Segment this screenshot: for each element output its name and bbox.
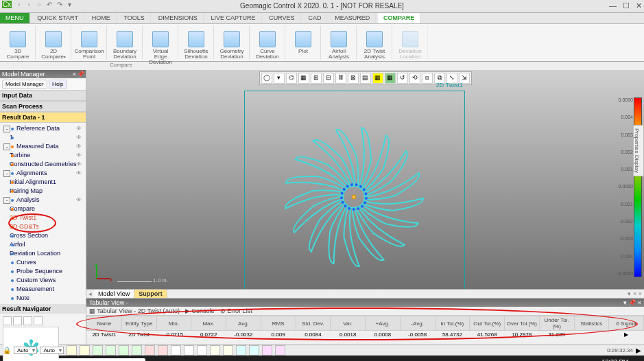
status-btn[interactable] <box>197 345 207 356</box>
tab-dimensions[interactable]: DIMENSIONS <box>153 13 204 23</box>
status-btn[interactable] <box>80 345 90 356</box>
tabmode-errorlist[interactable]: ⊘ Error List <box>220 307 252 314</box>
qat-redo-icon[interactable]: ↷ <box>56 1 64 9</box>
col-sigma[interactable]: 6 Sigma <box>609 316 644 331</box>
vp-btn[interactable]: ▾ <box>274 73 285 84</box>
thumb-btn-3[interactable] <box>23 316 32 325</box>
btn-silhouette-deviation[interactable]: Silhouette Deviation <box>182 25 214 60</box>
vp-btn[interactable]: ⟲ <box>409 73 420 84</box>
vp-btn[interactable]: ⊞ <box>311 73 322 84</box>
col-intol[interactable]: In Tol.(%) <box>435 316 470 331</box>
close-button[interactable]: ✕ <box>636 1 642 10</box>
tree-reference-data[interactable]: -Reference Data👁 <box>3 124 83 133</box>
tab-compare[interactable]: COMPARE <box>378 13 420 23</box>
tree-probe-seq[interactable]: Probe Sequence <box>3 267 83 276</box>
status-btn[interactable] <box>106 345 116 356</box>
col-undertol[interactable]: Under Tol.(%) <box>539 316 574 331</box>
tree-pairing-map[interactable]: Pairing Map <box>3 187 83 196</box>
tab-home[interactable]: HOME <box>86 13 117 23</box>
tree-curves[interactable]: Curves <box>3 258 83 267</box>
result-navigator-header[interactable]: Result Navigator <box>0 304 86 314</box>
col-outtol[interactable]: Out Tol.(%) <box>470 316 505 331</box>
col-avg[interactable]: Avg. <box>226 316 261 331</box>
tree-note[interactable]: Note <box>3 294 83 303</box>
col-name[interactable]: Name <box>87 316 122 331</box>
tree-initial-alignment[interactable]: Initial Alignment1 <box>3 178 83 187</box>
section-scan-process[interactable]: Scan Process <box>0 101 86 112</box>
vp-btn[interactable]: ▤ <box>360 73 371 84</box>
minimize-button[interactable]: — <box>609 1 617 10</box>
viewport[interactable]: ◯ ▾ ⌬ ▦ ⊞ ⊟ Ⅲ ⊠ ▤ ▦ ▦ ↺ ⟲ ⧈ ⧉ ⤡ ⇲ 2D Twi… <box>86 70 644 289</box>
btn-geometry-deviation[interactable]: Geometry Deviation <box>218 25 250 60</box>
status-btn[interactable] <box>119 345 129 356</box>
tree-analysis[interactable]: -Analysis👁 <box>3 196 83 205</box>
status-btn[interactable] <box>249 345 259 356</box>
view-triad[interactable]: y x <box>93 261 114 283</box>
tree-constructed-geom[interactable]: Constructed Geometries👁 <box>3 160 83 169</box>
btn-deviation-location[interactable]: Deviation Location <box>396 25 428 60</box>
vp-btn[interactable]: ▦ <box>298 73 309 84</box>
combo-2[interactable]: Auto <box>40 347 63 354</box>
status-btn[interactable] <box>132 345 142 356</box>
btn-curve-deviation[interactable]: Curve Deviation <box>254 25 285 60</box>
tab-menu[interactable]: MENU <box>0 13 30 23</box>
btn-3d-compare[interactable]: 3D Compare <box>4 25 36 60</box>
col-overtol[interactable]: Over Tol.(%) <box>505 316 540 331</box>
tabular-close-icon[interactable]: ▾ × × <box>625 290 644 298</box>
tab-tools[interactable]: TOOLS <box>119 13 151 23</box>
visibility-toggle-icon[interactable]: 👁 <box>76 142 82 151</box>
taskbar-search[interactable]: 🔍 Type here to search <box>21 358 145 361</box>
tree-cross-section[interactable]: Cross Section <box>3 231 83 240</box>
status-btn[interactable] <box>93 345 103 356</box>
tab-curves[interactable]: CURVES <box>263 13 300 23</box>
vp-btn[interactable]: ▦ <box>372 73 383 84</box>
qat-more-icon[interactable]: ▾ <box>66 1 74 9</box>
tab-measured[interactable]: MEASURED <box>329 13 376 23</box>
vp-btn[interactable]: ⌬ <box>286 73 297 84</box>
panel-pin-icon[interactable]: 📌 <box>77 71 84 78</box>
tab-quickstart[interactable]: QUICK START <box>32 13 84 23</box>
qat-save-icon[interactable]: ▫ <box>35 1 43 9</box>
tab-support[interactable]: Support <box>134 290 167 298</box>
qat-new-icon[interactable]: ▫ <box>15 1 23 9</box>
status-btn[interactable] <box>67 345 77 356</box>
maximize-button[interactable]: ☐ <box>623 1 630 10</box>
status-btn[interactable] <box>210 345 220 356</box>
tree-ref-1[interactable]: 1👁 <box>3 133 83 142</box>
col-entity[interactable]: Entity Type <box>121 316 156 331</box>
col-stats[interactable]: Statistics <box>574 316 609 331</box>
vp-btn[interactable]: ◯ <box>261 73 272 84</box>
result-row[interactable]: 2D Twist1 2D Twist -0.0715 0.0722 -0.003… <box>87 331 644 339</box>
visibility-toggle-icon[interactable]: 👁 <box>76 133 82 142</box>
vp-btn[interactable]: ⊠ <box>348 73 359 84</box>
tree-deviation-location[interactable]: Deviation Location <box>3 249 83 258</box>
visibility-toggle-icon[interactable]: 👁 <box>76 151 82 160</box>
tab-cad[interactable]: CAD <box>302 13 327 23</box>
status-lock-icon[interactable]: 🔒 <box>3 347 11 354</box>
visibility-toggle-icon[interactable]: 👁 <box>76 160 82 169</box>
tree-measured-data[interactable]: -Measured Data👁 <box>3 142 83 151</box>
thumb-preview[interactable]: ✻ <box>3 327 59 361</box>
visibility-toggle-icon[interactable]: 👁 <box>76 124 82 133</box>
tab-model-view[interactable]: Model View <box>94 290 134 298</box>
status-btn[interactable] <box>223 345 233 356</box>
col-pavg[interactable]: +Avg. <box>366 316 401 331</box>
col-max[interactable]: Max. <box>191 316 226 331</box>
status-btn[interactable] <box>171 345 181 356</box>
vp-btn[interactable]: ⊟ <box>323 73 334 84</box>
tab-livecapture[interactable]: LIVE CAPTURE <box>205 13 261 23</box>
vp-btn[interactable]: ↺ <box>397 73 408 84</box>
qat-open-icon[interactable]: ▫ <box>25 1 34 9</box>
visibility-toggle-icon[interactable]: 👁 <box>76 196 82 205</box>
tabmode-tabular[interactable]: ▦ Tabular View - 2D Twist (Auto) <box>89 307 180 314</box>
btn-airfoil-analysis[interactable]: Airfoil Analysis <box>325 25 357 60</box>
vp-btn[interactable]: ⧈ <box>422 73 433 84</box>
tab-help[interactable]: Help <box>49 80 67 89</box>
col-std[interactable]: Std. Dev. <box>296 316 331 331</box>
timer-icon[interactable]: ▶ <box>636 347 641 354</box>
right-dock-properties[interactable]: Properties Display <box>633 125 644 176</box>
btn-2d-twist-analysis[interactable]: 2D Twist Analysis <box>361 25 392 60</box>
btn-plot[interactable]: Plot <box>289 25 321 60</box>
tree-3d-gdt[interactable]: 3D GD&Ts <box>3 222 83 231</box>
col-var[interactable]: Var. <box>331 316 366 331</box>
